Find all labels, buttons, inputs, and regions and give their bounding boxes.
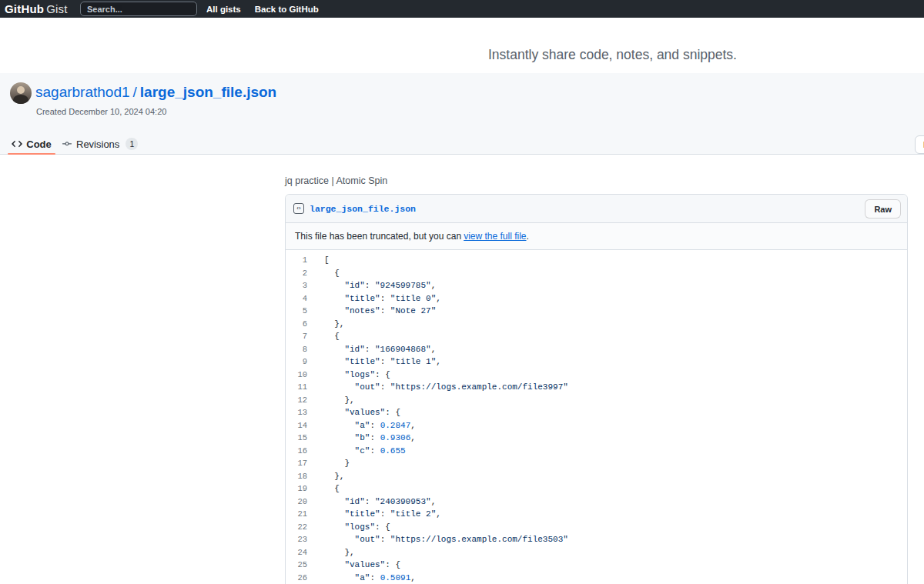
code-token — [324, 522, 344, 532]
code-token: "a" — [355, 573, 370, 582]
line-number[interactable]: 21 — [286, 508, 315, 521]
line-content: "c": 0.655 — [315, 445, 406, 458]
logo-github-text: GitHub — [5, 2, 44, 15]
code-token: }, — [324, 319, 344, 329]
line-number[interactable]: 5 — [286, 305, 315, 318]
tab-revisions[interactable]: Revisions 1 — [62, 135, 138, 153]
code-line: 14 "a": 0.2847, — [286, 419, 907, 432]
code-line: 8 "id": "166904868", — [286, 343, 907, 356]
line-content: "a": 0.5091, — [315, 572, 416, 584]
line-number[interactable]: 4 — [286, 292, 315, 305]
line-number[interactable]: 3 — [286, 279, 315, 292]
code-token: : — [365, 345, 375, 354]
code-token: "out" — [355, 535, 380, 544]
line-number[interactable]: 13 — [286, 406, 315, 419]
gist-filename-link[interactable]: large_json_file.json — [140, 84, 276, 100]
code-token: "title" — [344, 509, 380, 519]
code-token: "https://logs.example.com/file3503" — [390, 535, 568, 544]
code-token: "title" — [344, 294, 380, 303]
line-number[interactable]: 20 — [286, 496, 315, 509]
code-line: 10 "logs": { — [286, 369, 907, 382]
code-token: , — [410, 421, 416, 430]
code-token: : — [380, 357, 390, 366]
line-number[interactable]: 16 — [286, 445, 315, 458]
tab-code[interactable]: Code — [8, 135, 55, 153]
revisions-count-badge: 1 — [126, 138, 138, 150]
code-token: , — [436, 294, 441, 303]
view-full-file-link[interactable]: view the full file — [464, 231, 526, 242]
line-content: "title": "title 1", — [315, 355, 441, 369]
line-number[interactable]: 25 — [286, 559, 315, 572]
code-token: "id" — [344, 497, 364, 506]
line-content: "notes": "Note 27" — [315, 305, 436, 318]
line-number[interactable]: 9 — [286, 355, 315, 369]
code-token: "out" — [355, 382, 380, 392]
line-number[interactable]: 14 — [286, 419, 315, 432]
code-token — [324, 509, 344, 519]
code-token — [324, 294, 344, 303]
line-number[interactable]: 15 — [286, 432, 315, 445]
active-tab-underline — [8, 153, 55, 155]
git-commit-icon — [62, 138, 72, 149]
line-number[interactable]: 11 — [286, 381, 315, 394]
line-number[interactable]: 10 — [286, 369, 315, 382]
line-number[interactable]: 26 — [286, 572, 315, 584]
code-token — [324, 370, 344, 379]
file-name-link[interactable]: large_json_file.json — [310, 204, 416, 214]
code-line: 19 { — [286, 482, 907, 496]
line-number[interactable]: 23 — [286, 533, 315, 546]
gist-page: GitHubGist All gists Back to GitHub Inst… — [0, 0, 924, 584]
line-number[interactable]: 6 — [286, 318, 315, 331]
embed-button[interactable]: Embed — [915, 135, 924, 154]
line-number[interactable]: 24 — [286, 546, 315, 559]
line-content: "a": 0.2847, — [315, 419, 416, 432]
code-token: "notes" — [344, 306, 380, 315]
line-number[interactable]: 18 — [286, 470, 315, 483]
code-token: 0.655 — [380, 446, 406, 456]
avatar[interactable] — [10, 82, 32, 104]
line-number[interactable]: 17 — [286, 457, 315, 470]
code-token: , — [436, 509, 441, 519]
line-number[interactable]: 2 — [286, 267, 315, 280]
line-number[interactable]: 19 — [286, 482, 315, 496]
code-line: 23 "out": "https://logs.example.com/file… — [286, 533, 907, 546]
line-content: "out": "https://logs.example.com/file399… — [315, 381, 568, 394]
code-token — [324, 560, 344, 569]
line-number[interactable]: 22 — [286, 521, 315, 534]
code-token: , — [431, 281, 437, 290]
github-gist-logo[interactable]: GitHubGist — [5, 2, 68, 15]
all-gists-link[interactable]: All gists — [206, 5, 241, 14]
raw-button[interactable]: Raw — [865, 199, 901, 219]
code-token: "166904868" — [375, 345, 431, 354]
code-token: : — [380, 509, 390, 519]
code-token: : — [370, 573, 380, 582]
line-content: "logs": { — [315, 369, 390, 382]
line-number[interactable]: 12 — [286, 394, 315, 407]
line-number[interactable]: 1 — [286, 254, 315, 267]
code-line: 7 { — [286, 330, 907, 343]
code-line: 2 { — [286, 267, 907, 280]
code-token — [324, 573, 355, 582]
code-token: "logs" — [344, 370, 375, 379]
code-line: 17 } — [286, 457, 907, 470]
code-token: : — [380, 294, 390, 303]
truncation-period: . — [527, 231, 529, 242]
search-input[interactable] — [80, 2, 197, 16]
code-line: 26 "a": 0.5091, — [286, 572, 907, 584]
code-line: 18 }, — [286, 470, 907, 483]
site-tagline: Instantly share code, notes, and snippet… — [488, 47, 737, 63]
line-number[interactable]: 7 — [286, 330, 315, 343]
gist-description: jq practice | Atomic Spin — [285, 175, 387, 186]
code-token — [324, 357, 344, 366]
code-square-icon: ‹› — [293, 203, 304, 214]
code-token: : — [365, 281, 375, 290]
code-token: "924599785" — [375, 281, 431, 290]
username-link[interactable]: sagarbrathod1 — [35, 84, 130, 100]
code-token: "title 2" — [390, 509, 436, 519]
back-to-github-link[interactable]: Back to GitHub — [255, 5, 319, 14]
line-number[interactable]: 8 — [286, 343, 315, 356]
line-content: "values": { — [315, 406, 400, 419]
line-content: "logs": { — [315, 521, 390, 534]
code-token — [324, 281, 344, 290]
line-content: { — [315, 330, 340, 343]
